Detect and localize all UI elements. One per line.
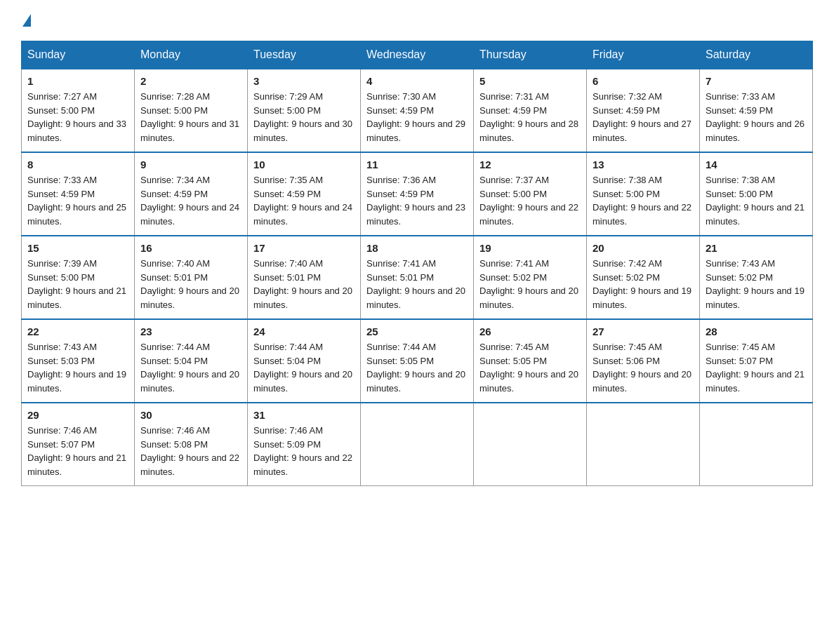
calendar-cell: 9 Sunrise: 7:34 AM Sunset: 4:59 PM Dayli…	[135, 152, 248, 236]
day-info: Sunrise: 7:40 AM Sunset: 5:01 PM Dayligh…	[140, 257, 241, 311]
day-number: 2	[140, 75, 241, 87]
logo-triangle-icon	[22, 14, 31, 27]
calendar-cell: 6 Sunrise: 7:32 AM Sunset: 4:59 PM Dayli…	[587, 69, 700, 152]
day-info: Sunrise: 7:40 AM Sunset: 5:01 PM Dayligh…	[253, 257, 355, 311]
day-number: 18	[366, 242, 468, 254]
calendar-week-row: 22 Sunrise: 7:43 AM Sunset: 5:03 PM Dayl…	[22, 319, 813, 403]
day-number: 29	[27, 409, 128, 421]
calendar-cell: 18 Sunrise: 7:41 AM Sunset: 5:01 PM Dayl…	[361, 236, 474, 319]
day-info: Sunrise: 7:43 AM Sunset: 5:02 PM Dayligh…	[706, 257, 807, 311]
day-number: 3	[253, 75, 355, 87]
day-info: Sunrise: 7:32 AM Sunset: 4:59 PM Dayligh…	[593, 90, 694, 145]
calendar-cell: 13 Sunrise: 7:38 AM Sunset: 5:00 PM Dayl…	[587, 152, 700, 236]
day-number: 31	[253, 409, 355, 421]
day-number: 26	[479, 326, 581, 337]
day-info: Sunrise: 7:44 AM Sunset: 5:04 PM Dayligh…	[253, 340, 355, 395]
calendar-week-row: 15 Sunrise: 7:39 AM Sunset: 5:00 PM Dayl…	[22, 236, 813, 319]
day-info: Sunrise: 7:44 AM Sunset: 5:04 PM Dayligh…	[140, 340, 241, 395]
day-number: 9	[140, 159, 241, 170]
day-number: 28	[706, 326, 807, 337]
calendar-week-row: 29 Sunrise: 7:46 AM Sunset: 5:07 PM Dayl…	[22, 403, 813, 486]
calendar-cell: 19 Sunrise: 7:41 AM Sunset: 5:02 PM Dayl…	[474, 236, 587, 319]
day-info: Sunrise: 7:39 AM Sunset: 5:00 PM Dayligh…	[27, 257, 128, 311]
calendar-header-wednesday: Wednesday	[361, 41, 474, 69]
calendar-cell: 16 Sunrise: 7:40 AM Sunset: 5:01 PM Dayl…	[135, 236, 248, 319]
calendar-cell: 7 Sunrise: 7:33 AM Sunset: 4:59 PM Dayli…	[700, 69, 813, 152]
day-info: Sunrise: 7:35 AM Sunset: 4:59 PM Dayligh…	[253, 173, 355, 228]
day-number: 15	[27, 242, 128, 254]
day-info: Sunrise: 7:45 AM Sunset: 5:06 PM Dayligh…	[593, 340, 694, 395]
day-number: 12	[479, 159, 581, 170]
calendar-header-saturday: Saturday	[700, 41, 813, 69]
day-number: 30	[140, 409, 241, 421]
calendar-cell	[587, 403, 700, 486]
day-number: 11	[366, 159, 468, 170]
day-number: 27	[593, 326, 694, 337]
day-number: 19	[479, 242, 581, 254]
day-info: Sunrise: 7:31 AM Sunset: 4:59 PM Dayligh…	[479, 90, 581, 145]
day-info: Sunrise: 7:30 AM Sunset: 4:59 PM Dayligh…	[366, 90, 468, 145]
day-number: 24	[253, 326, 355, 337]
calendar-cell: 5 Sunrise: 7:31 AM Sunset: 4:59 PM Dayli…	[474, 69, 587, 152]
day-number: 23	[140, 326, 241, 337]
calendar-cell: 15 Sunrise: 7:39 AM Sunset: 5:00 PM Dayl…	[22, 236, 135, 319]
calendar-cell: 3 Sunrise: 7:29 AM Sunset: 5:00 PM Dayli…	[248, 69, 361, 152]
day-number: 7	[706, 75, 807, 87]
day-info: Sunrise: 7:38 AM Sunset: 5:00 PM Dayligh…	[593, 173, 694, 228]
calendar-cell: 30 Sunrise: 7:46 AM Sunset: 5:08 PM Dayl…	[135, 403, 248, 486]
day-number: 20	[593, 242, 694, 254]
page-header	[21, 14, 813, 27]
calendar-cell: 17 Sunrise: 7:40 AM Sunset: 5:01 PM Dayl…	[248, 236, 361, 319]
day-info: Sunrise: 7:42 AM Sunset: 5:02 PM Dayligh…	[593, 257, 694, 311]
day-number: 8	[27, 159, 128, 170]
calendar-cell: 20 Sunrise: 7:42 AM Sunset: 5:02 PM Dayl…	[587, 236, 700, 319]
day-number: 1	[27, 75, 128, 87]
day-number: 13	[593, 159, 694, 170]
day-number: 14	[706, 159, 807, 170]
day-info: Sunrise: 7:28 AM Sunset: 5:00 PM Dayligh…	[140, 90, 241, 145]
calendar-cell: 31 Sunrise: 7:46 AM Sunset: 5:09 PM Dayl…	[248, 403, 361, 486]
calendar-header-tuesday: Tuesday	[248, 41, 361, 69]
day-info: Sunrise: 7:34 AM Sunset: 4:59 PM Dayligh…	[140, 173, 241, 228]
day-info: Sunrise: 7:43 AM Sunset: 5:03 PM Dayligh…	[27, 340, 128, 395]
day-info: Sunrise: 7:38 AM Sunset: 5:00 PM Dayligh…	[706, 173, 807, 228]
calendar-header-thursday: Thursday	[474, 41, 587, 69]
calendar-cell: 24 Sunrise: 7:44 AM Sunset: 5:04 PM Dayl…	[248, 319, 361, 403]
day-info: Sunrise: 7:45 AM Sunset: 5:07 PM Dayligh…	[706, 340, 807, 395]
calendar-cell: 1 Sunrise: 7:27 AM Sunset: 5:00 PM Dayli…	[22, 69, 135, 152]
day-number: 21	[706, 242, 807, 254]
day-number: 5	[479, 75, 581, 87]
calendar-cell: 14 Sunrise: 7:38 AM Sunset: 5:00 PM Dayl…	[700, 152, 813, 236]
calendar-header-row: SundayMondayTuesdayWednesdayThursdayFrid…	[22, 41, 813, 69]
calendar-header-friday: Friday	[587, 41, 700, 69]
calendar-cell	[361, 403, 474, 486]
day-info: Sunrise: 7:41 AM Sunset: 5:02 PM Dayligh…	[479, 257, 581, 311]
calendar-cell: 26 Sunrise: 7:45 AM Sunset: 5:05 PM Dayl…	[474, 319, 587, 403]
calendar-cell: 29 Sunrise: 7:46 AM Sunset: 5:07 PM Dayl…	[22, 403, 135, 486]
day-number: 25	[366, 326, 468, 337]
logo	[21, 14, 32, 27]
day-info: Sunrise: 7:46 AM Sunset: 5:08 PM Dayligh…	[140, 424, 241, 478]
day-info: Sunrise: 7:29 AM Sunset: 5:00 PM Dayligh…	[253, 90, 355, 145]
calendar-cell: 10 Sunrise: 7:35 AM Sunset: 4:59 PM Dayl…	[248, 152, 361, 236]
calendar-cell: 8 Sunrise: 7:33 AM Sunset: 4:59 PM Dayli…	[22, 152, 135, 236]
day-info: Sunrise: 7:45 AM Sunset: 5:05 PM Dayligh…	[479, 340, 581, 395]
day-info: Sunrise: 7:46 AM Sunset: 5:09 PM Dayligh…	[253, 424, 355, 478]
day-number: 10	[253, 159, 355, 170]
calendar-cell: 28 Sunrise: 7:45 AM Sunset: 5:07 PM Dayl…	[700, 319, 813, 403]
calendar-header-monday: Monday	[135, 41, 248, 69]
day-info: Sunrise: 7:36 AM Sunset: 4:59 PM Dayligh…	[366, 173, 468, 228]
day-number: 17	[253, 242, 355, 254]
day-info: Sunrise: 7:27 AM Sunset: 5:00 PM Dayligh…	[27, 90, 128, 145]
calendar-week-row: 8 Sunrise: 7:33 AM Sunset: 4:59 PM Dayli…	[22, 152, 813, 236]
calendar-cell: 23 Sunrise: 7:44 AM Sunset: 5:04 PM Dayl…	[135, 319, 248, 403]
calendar-cell: 11 Sunrise: 7:36 AM Sunset: 4:59 PM Dayl…	[361, 152, 474, 236]
day-number: 4	[366, 75, 468, 87]
calendar-cell: 21 Sunrise: 7:43 AM Sunset: 5:02 PM Dayl…	[700, 236, 813, 319]
calendar-cell: 22 Sunrise: 7:43 AM Sunset: 5:03 PM Dayl…	[22, 319, 135, 403]
calendar-cell	[474, 403, 587, 486]
calendar-header-sunday: Sunday	[22, 41, 135, 69]
calendar-cell	[700, 403, 813, 486]
day-number: 22	[27, 326, 128, 337]
day-number: 6	[593, 75, 694, 87]
